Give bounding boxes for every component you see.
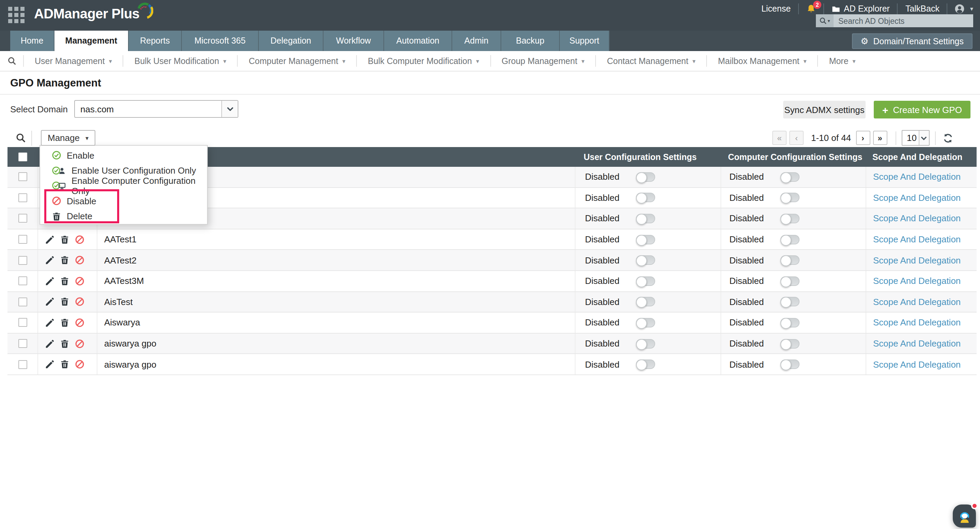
subnav-search-icon[interactable] bbox=[8, 57, 16, 65]
tab-backup[interactable]: Backup bbox=[501, 31, 560, 51]
computer-config-toggle[interactable] bbox=[780, 235, 800, 244]
edit-icon[interactable] bbox=[45, 339, 54, 348]
tab-microsoft-365[interactable]: Microsoft 365 bbox=[182, 31, 259, 51]
tab-support[interactable]: Support bbox=[560, 31, 609, 51]
sync-admx-settings-button[interactable]: Sync ADMX settings bbox=[783, 101, 865, 118]
disable-icon[interactable] bbox=[75, 297, 84, 307]
computer-config-toggle[interactable] bbox=[780, 172, 800, 182]
create-new-gpo-button[interactable]: + Create New GPO bbox=[874, 101, 970, 118]
user-config-toggle[interactable] bbox=[636, 193, 655, 203]
tab-automation[interactable]: Automation bbox=[384, 31, 452, 51]
computer-config-toggle[interactable] bbox=[780, 214, 800, 223]
scope-delegation-link[interactable]: Scope And Delegation bbox=[873, 213, 961, 224]
subnav-bulk-computer-modification[interactable]: Bulk Computer Modification▾ bbox=[356, 55, 490, 67]
computer-config-toggle[interactable] bbox=[780, 318, 800, 327]
tab-delegation[interactable]: Delegation bbox=[259, 31, 323, 51]
edit-icon[interactable] bbox=[45, 297, 54, 307]
user-config-toggle[interactable] bbox=[636, 276, 655, 286]
search-scope-button[interactable]: ▾ bbox=[816, 14, 834, 27]
row-checkbox[interactable] bbox=[18, 235, 27, 244]
row-checkbox[interactable] bbox=[18, 173, 27, 181]
license-link[interactable]: License bbox=[761, 4, 791, 14]
edit-icon[interactable] bbox=[45, 235, 54, 244]
scope-delegation-link[interactable]: Scope And Delegation bbox=[873, 276, 961, 286]
disable-icon[interactable] bbox=[75, 359, 84, 369]
user-config-toggle[interactable] bbox=[636, 359, 655, 369]
trash-icon[interactable] bbox=[60, 276, 70, 286]
tab-workflow[interactable]: Workflow bbox=[323, 31, 384, 51]
computer-config-toggle[interactable] bbox=[780, 193, 800, 203]
trash-icon[interactable] bbox=[60, 235, 70, 244]
page-size-select[interactable]: 10 bbox=[901, 130, 929, 146]
row-checkbox[interactable] bbox=[18, 277, 27, 286]
talkback-link[interactable]: TalkBack bbox=[905, 4, 939, 14]
support-chat-button[interactable] bbox=[953, 505, 976, 527]
scope-delegation-link[interactable]: Scope And Delegation bbox=[873, 297, 961, 307]
menu-item-enable[interactable]: Enable bbox=[40, 148, 207, 163]
prev-page-button[interactable]: ‹ bbox=[789, 131, 803, 145]
last-page-button[interactable]: » bbox=[873, 131, 887, 145]
disable-icon[interactable] bbox=[75, 339, 84, 348]
user-config-toggle[interactable] bbox=[636, 214, 655, 223]
user-account-menu[interactable]: ▾ bbox=[955, 4, 973, 14]
app-grid-icon[interactable] bbox=[8, 7, 25, 24]
disable-icon[interactable] bbox=[75, 318, 84, 327]
refresh-icon[interactable] bbox=[942, 132, 953, 143]
disable-icon[interactable] bbox=[75, 255, 84, 265]
disable-icon[interactable] bbox=[75, 276, 84, 286]
row-checkbox[interactable] bbox=[18, 297, 27, 307]
table-search-icon[interactable] bbox=[16, 133, 26, 146]
computer-config-toggle[interactable] bbox=[780, 297, 800, 307]
scope-delegation-link[interactable]: Scope And Delegation bbox=[873, 172, 961, 182]
subnav-group-management[interactable]: Group Management▾ bbox=[490, 55, 595, 67]
subnav-bulk-user-modification[interactable]: Bulk User Modification▾ bbox=[123, 55, 237, 67]
row-checkbox[interactable] bbox=[18, 318, 27, 327]
row-checkbox[interactable] bbox=[18, 214, 27, 223]
row-checkbox[interactable] bbox=[18, 193, 27, 202]
edit-icon[interactable] bbox=[45, 255, 54, 265]
user-config-toggle[interactable] bbox=[636, 235, 655, 244]
scope-delegation-link[interactable]: Scope And Delegation bbox=[873, 234, 961, 245]
scope-delegation-link[interactable]: Scope And Delegation bbox=[873, 338, 961, 349]
user-config-toggle[interactable] bbox=[636, 318, 655, 327]
user-config-toggle[interactable] bbox=[636, 255, 655, 265]
scope-delegation-link[interactable]: Scope And Delegation bbox=[873, 359, 961, 369]
row-checkbox[interactable] bbox=[18, 256, 27, 265]
user-config-toggle[interactable] bbox=[636, 172, 655, 182]
tab-home[interactable]: Home bbox=[10, 31, 54, 51]
domain-select[interactable]: nas.com bbox=[74, 100, 239, 118]
trash-icon[interactable] bbox=[60, 339, 70, 348]
row-checkbox[interactable] bbox=[18, 339, 27, 348]
trash-icon[interactable] bbox=[60, 255, 70, 265]
search-ad-objects-input[interactable] bbox=[834, 14, 973, 27]
trash-icon[interactable] bbox=[60, 318, 70, 327]
disable-icon[interactable] bbox=[75, 235, 84, 244]
tab-reports[interactable]: Reports bbox=[129, 31, 182, 51]
user-config-toggle[interactable] bbox=[636, 339, 655, 348]
edit-icon[interactable] bbox=[45, 318, 54, 327]
ad-explorer-link[interactable]: AD Explorer bbox=[832, 4, 890, 14]
subnav-mailbox-management[interactable]: Mailbox Management▾ bbox=[706, 55, 818, 67]
select-all-checkbox[interactable] bbox=[18, 153, 27, 161]
subnav-computer-management[interactable]: Computer Management▾ bbox=[237, 55, 356, 67]
manage-dropdown-button[interactable]: Manage ▾ bbox=[41, 130, 95, 146]
user-config-toggle[interactable] bbox=[636, 297, 655, 307]
row-checkbox[interactable] bbox=[18, 360, 27, 369]
domain-tenant-settings-button[interactable]: ⚙ Domain/Tenant Settings bbox=[852, 33, 972, 49]
menu-item-delete[interactable]: Delete bbox=[40, 209, 207, 224]
computer-config-toggle[interactable] bbox=[780, 255, 800, 265]
scope-delegation-link[interactable]: Scope And Delegation bbox=[873, 255, 961, 265]
trash-icon[interactable] bbox=[60, 297, 70, 307]
next-page-button[interactable]: › bbox=[856, 131, 870, 145]
scope-delegation-link[interactable]: Scope And Delegation bbox=[873, 318, 961, 328]
tab-admin[interactable]: Admin bbox=[452, 31, 501, 51]
subnav-contact-management[interactable]: Contact Management▾ bbox=[595, 55, 706, 67]
subnav-user-management[interactable]: User Management▾ bbox=[23, 55, 123, 67]
menu-item-enable-computer-config[interactable]: Enable Computer Configuration Only bbox=[40, 178, 207, 194]
first-page-button[interactable]: « bbox=[772, 131, 787, 145]
trash-icon[interactable] bbox=[60, 359, 70, 369]
computer-config-toggle[interactable] bbox=[780, 276, 800, 286]
notifications-bell[interactable]: 2 bbox=[807, 4, 816, 14]
edit-icon[interactable] bbox=[45, 276, 54, 286]
scope-delegation-link[interactable]: Scope And Delegation bbox=[873, 193, 961, 203]
